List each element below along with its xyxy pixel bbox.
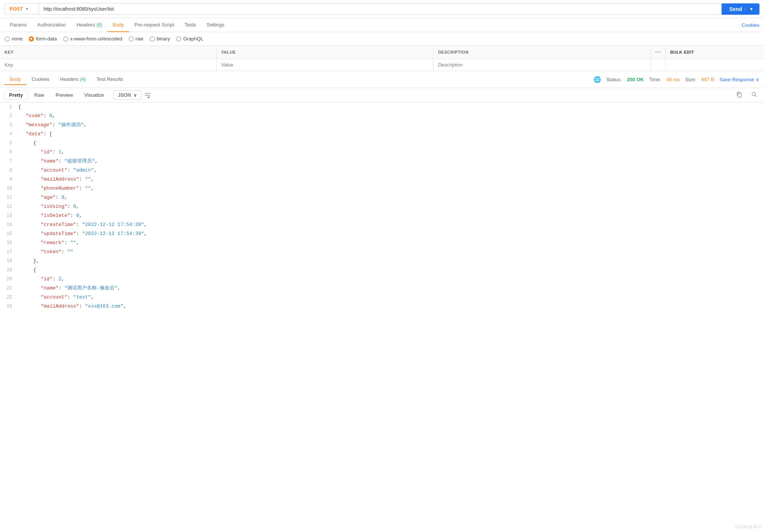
json-key: "mailAddress" — [41, 303, 79, 309]
save-response-button[interactable]: Save Response ∨ — [719, 77, 759, 82]
json-punctuation: { — [33, 267, 36, 273]
request-tabs: Params Authorization Headers (8) Body Pr… — [0, 18, 764, 32]
view-pretty-button[interactable]: Pretty — [5, 91, 28, 99]
tab-body[interactable]: Body — [107, 18, 129, 32]
json-key: "remark" — [41, 240, 64, 246]
line-number: 3 — [0, 121, 18, 129]
col-value-header: VALUE — [217, 46, 433, 59]
cookies-link[interactable]: Cookies — [742, 19, 759, 32]
json-key: "isUsing" — [41, 204, 67, 209]
body-type-raw-label: raw — [136, 36, 144, 42]
resp-tab-test-results-label: Test Results — [96, 76, 123, 82]
description-input[interactable] — [438, 62, 645, 68]
size-label: Size: — [685, 77, 696, 82]
json-key: "data" — [26, 131, 43, 137]
json-key: "age" — [41, 195, 56, 200]
json-value: "test" — [73, 294, 91, 300]
json-key: "mailAddress" — [41, 176, 79, 182]
json-key: "id" — [41, 276, 53, 282]
body-type-none-label: none — [12, 36, 23, 42]
key-input[interactable] — [5, 62, 212, 68]
view-raw-button[interactable]: Raw — [30, 91, 49, 99]
view-preview-button[interactable]: Preview — [51, 91, 77, 99]
json-value: "" — [70, 240, 76, 246]
url-input[interactable] — [39, 3, 722, 15]
send-button[interactable]: Send ▼ — [722, 3, 759, 15]
tab-tests[interactable]: Tests — [179, 18, 201, 32]
tab-settings[interactable]: Settings — [201, 18, 230, 32]
resp-tab-test-results[interactable]: Test Results — [91, 74, 128, 85]
resp-tab-body[interactable]: Body — [5, 74, 26, 85]
resp-tab-cookies-label: Cookies — [32, 76, 49, 82]
search-icon[interactable] — [749, 91, 759, 100]
tab-authorization[interactable]: Authorization — [32, 18, 71, 32]
json-line: 3"message": "操作成功", — [0, 121, 764, 130]
line-number: 14 — [0, 221, 18, 229]
send-label: Send — [729, 6, 742, 12]
globe-icon: 🌐 — [594, 76, 601, 83]
json-key: "account" — [41, 167, 67, 173]
json-key: "account" — [41, 294, 67, 300]
line-number: 5 — [0, 139, 18, 147]
line-number: 16 — [0, 239, 18, 247]
radio-form-data-icon — [29, 36, 34, 42]
radio-raw-icon — [128, 36, 134, 42]
json-line: 19{ — [0, 266, 764, 275]
resp-tab-headers[interactable]: Headers (4) — [55, 74, 91, 85]
save-response-chevron-icon: ∨ — [756, 77, 759, 82]
json-value: "" — [85, 176, 91, 182]
body-type-binary-label: binary — [157, 36, 170, 42]
body-type-binary[interactable]: binary — [150, 36, 170, 42]
copy-icon[interactable] — [734, 91, 744, 100]
bulk-edit-header: Bulk Edit — [665, 46, 764, 59]
radio-urlencoded-icon — [63, 36, 68, 42]
line-number: 6 — [0, 148, 18, 156]
status-code: 200 OK — [627, 77, 644, 82]
url-bar: POST ▼ Send ▼ — [0, 0, 764, 18]
tab-pre-request[interactable]: Pre-request Script — [129, 18, 179, 32]
line-number: 22 — [0, 293, 18, 302]
body-type-raw[interactable]: raw — [128, 36, 144, 42]
json-line: 20"id": 2, — [0, 275, 764, 284]
format-label: JSON — [118, 92, 131, 98]
radio-graphql-icon — [176, 36, 181, 42]
json-line: 21"name": "测试用户名称-修改后", — [0, 284, 764, 293]
table-row-placeholder — [0, 59, 764, 71]
send-dropdown-icon: ▼ — [745, 7, 753, 11]
json-key: "isDelete" — [41, 213, 70, 218]
wrap-lines-icon[interactable] — [144, 91, 152, 99]
tab-tests-label: Tests — [185, 22, 196, 28]
method-select[interactable]: POST ▼ — [5, 3, 39, 14]
view-visualize-button[interactable]: Visualize — [80, 91, 108, 99]
tab-params[interactable]: Params — [5, 18, 32, 32]
tab-settings-label: Settings — [207, 22, 224, 28]
resp-headers-badge: (4) — [80, 76, 86, 82]
json-line: 12"isUsing": 0, — [0, 202, 764, 211]
body-type-urlencoded[interactable]: x-www-form-urlencoded — [63, 36, 122, 42]
body-type-none[interactable]: none — [5, 36, 23, 42]
format-select[interactable]: JSON ∨ — [114, 90, 141, 100]
resp-tab-cookies[interactable]: Cookies — [26, 74, 55, 85]
format-chevron-icon: ∨ — [133, 92, 137, 98]
json-value: "超级管理员" — [64, 158, 95, 164]
tab-headers[interactable]: Headers (8) — [71, 18, 107, 32]
json-value: "xxx@163.com" — [85, 303, 123, 309]
more-options-icon[interactable]: ··· — [655, 49, 661, 55]
col-key-header: KEY — [0, 46, 217, 59]
body-type-form-data[interactable]: form-data — [29, 36, 57, 42]
json-line: 6"id": 1, — [0, 148, 764, 157]
radio-binary-icon — [150, 36, 155, 42]
json-key: "message" — [26, 122, 52, 128]
body-type-graphql[interactable]: GraphQL — [176, 36, 203, 42]
json-key: "name" — [41, 158, 59, 164]
json-key: "code" — [26, 113, 43, 119]
json-punctuation: }, — [33, 258, 39, 264]
bulk-edit-button[interactable]: Bulk Edit — [670, 50, 694, 54]
json-line: 14"createTime": "2022-12-12 17:54:39", — [0, 220, 764, 229]
time-value: 46 ms — [667, 77, 680, 82]
json-value: 0 — [73, 204, 76, 209]
json-line: 18}, — [0, 257, 764, 266]
json-value: "操作成功" — [58, 122, 84, 128]
value-input[interactable] — [221, 62, 428, 68]
json-value: "admin" — [73, 167, 94, 173]
